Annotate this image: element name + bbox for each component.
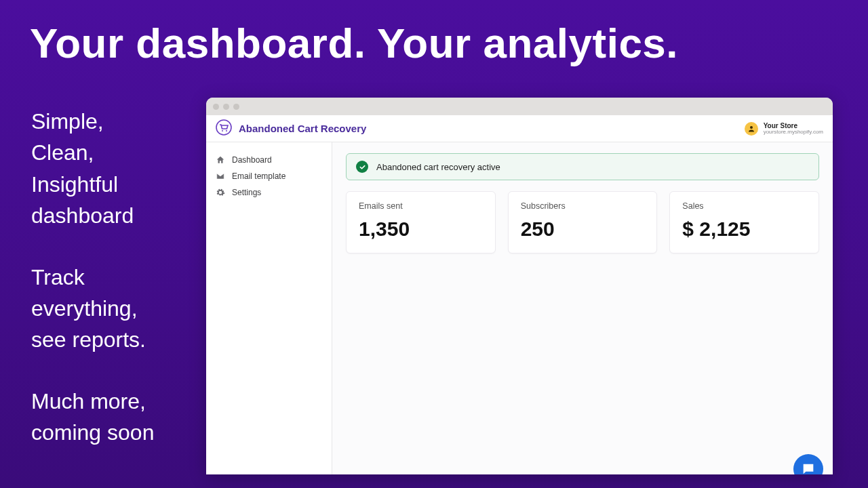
avatar	[745, 122, 758, 136]
gear-icon	[216, 188, 225, 197]
window-dot	[223, 104, 229, 110]
status-text: Abandoned cart recovery active	[376, 162, 500, 172]
stat-card-subscribers: Subscribers 250	[508, 191, 658, 253]
stat-label: Subscribers	[521, 201, 645, 211]
svg-point-0	[216, 120, 231, 135]
store-badge[interactable]: Your Store yourstore.myshopify.com	[745, 122, 823, 136]
app-window: Abandoned Cart Recovery Your Store yours…	[206, 98, 833, 474]
chat-icon	[801, 462, 816, 474]
home-icon	[216, 155, 225, 165]
blurb-1: Simple, Clean, Insightful dashboard	[31, 106, 154, 232]
app-title: Abandoned Cart Recovery	[239, 123, 366, 134]
window-dot	[213, 104, 219, 110]
app-header: Abandoned Cart Recovery Your Store yours…	[206, 115, 833, 142]
sidebar-item-label: Settings	[232, 188, 261, 197]
blurb-3: Much more, coming soon	[31, 386, 154, 449]
stat-label: Sales	[682, 201, 806, 211]
status-banner: Abandoned cart recovery active	[346, 153, 819, 180]
stat-value: 1,350	[359, 218, 483, 241]
stat-value: $ 2,125	[682, 218, 806, 241]
stats-row: Emails sent 1,350 Subscribers 250 Sales …	[346, 191, 819, 253]
svg-point-2	[226, 130, 227, 131]
blurb-2: Track everything, see reports.	[31, 262, 154, 356]
svg-point-1	[222, 130, 223, 131]
hero-title: Your dashboard. Your analytics.	[30, 19, 678, 67]
store-name: Your Store	[764, 122, 823, 129]
marketing-blurbs: Simple, Clean, Insightful dashboard Trac…	[31, 106, 154, 479]
window-titlebar	[206, 98, 833, 115]
svg-point-3	[750, 126, 753, 129]
sidebar-item-settings[interactable]: Settings	[206, 184, 332, 201]
cart-icon	[216, 119, 232, 138]
check-icon	[356, 161, 368, 173]
stat-label: Emails sent	[359, 201, 483, 211]
stat-card-sales: Sales $ 2,125	[669, 191, 819, 253]
store-url: yourstore.myshopify.com	[764, 129, 823, 136]
stat-value: 250	[521, 218, 645, 241]
main-content: Abandoned cart recovery active Emails se…	[332, 142, 833, 474]
mail-icon	[216, 171, 225, 181]
sidebar-item-email-template[interactable]: Email template	[206, 168, 332, 184]
window-dot	[233, 104, 239, 110]
sidebar-item-dashboard[interactable]: Dashboard	[206, 152, 332, 168]
sidebar-item-label: Dashboard	[232, 155, 272, 165]
stat-card-emails: Emails sent 1,350	[346, 191, 496, 253]
sidebar-item-label: Email template	[232, 171, 285, 181]
brand: Abandoned Cart Recovery	[216, 119, 366, 138]
sidebar: Dashboard Email template Settings	[206, 142, 332, 474]
